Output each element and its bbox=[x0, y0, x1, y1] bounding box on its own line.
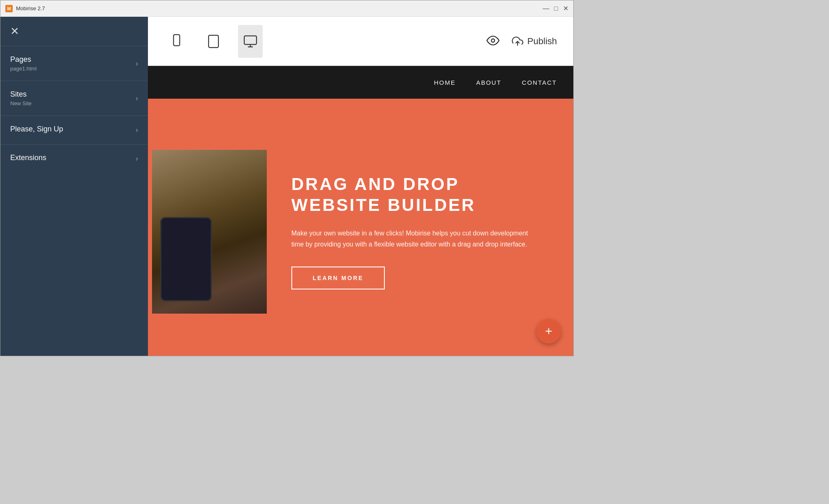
add-block-button[interactable]: + bbox=[536, 319, 561, 344]
sidebar-pages-chevron: › bbox=[136, 59, 138, 68]
svg-rect-4 bbox=[244, 36, 257, 44]
svg-rect-0 bbox=[174, 34, 180, 45]
preview-button[interactable] bbox=[486, 34, 500, 48]
sidebar-pages-sub: page1.html bbox=[10, 66, 36, 72]
preview-area[interactable]: HOME ABOUT CONTACT DRAG AND DROP WEBSITE… bbox=[148, 66, 573, 356]
sidebar-close-button[interactable]: ✕ bbox=[0, 17, 148, 46]
mobile-view-button[interactable] bbox=[164, 25, 189, 58]
hero-section: DRAG AND DROP WEBSITE BUILDER Make your … bbox=[148, 99, 573, 356]
sidebar-item-pages[interactable]: Pages page1.html › bbox=[0, 46, 148, 81]
sidebar-sites-chevron: › bbox=[136, 94, 138, 103]
toolbar: Publish bbox=[148, 17, 573, 66]
title-bar: M Mobirise 2.7 — □ ✕ bbox=[0, 0, 573, 17]
desktop-view-button[interactable] bbox=[238, 25, 263, 58]
toolbar-right: Publish bbox=[486, 34, 557, 48]
publish-icon bbox=[512, 36, 523, 47]
publish-button[interactable]: Publish bbox=[512, 36, 557, 47]
mobile-icon bbox=[169, 34, 184, 49]
tablet-view-button[interactable] bbox=[201, 25, 226, 58]
hero-image bbox=[152, 150, 267, 314]
window-controls: — □ ✕ bbox=[543, 5, 568, 12]
window-title: Mobirise 2.7 bbox=[16, 5, 543, 11]
sidebar: ✕ Pages page1.html › Sites New Site › bbox=[0, 17, 148, 356]
svg-point-7 bbox=[491, 39, 495, 42]
sidebar-item-extensions[interactable]: Extensions › bbox=[0, 144, 148, 173]
close-window-button[interactable]: ✕ bbox=[563, 5, 568, 12]
tablet-icon bbox=[206, 34, 221, 49]
hero-title: DRAG AND DROP WEBSITE BUILDER bbox=[291, 174, 549, 215]
sidebar-sites-title: Sites bbox=[10, 90, 32, 99]
content-area: Publish HOME ABOUT CONTACT DRAG AND DROP… bbox=[148, 17, 573, 356]
app-icon: M bbox=[5, 5, 13, 12]
site-navigation: HOME ABOUT CONTACT bbox=[148, 66, 573, 99]
svg-rect-2 bbox=[209, 35, 218, 47]
sidebar-signup-title: Please, Sign Up bbox=[10, 125, 63, 133]
device-selector bbox=[164, 25, 263, 58]
nav-item-about[interactable]: ABOUT bbox=[476, 79, 502, 86]
nav-item-home[interactable]: HOME bbox=[434, 79, 456, 86]
sidebar-pages-title: Pages bbox=[10, 55, 36, 64]
sidebar-signup-chevron: › bbox=[136, 126, 138, 134]
sidebar-item-sites[interactable]: Sites New Site › bbox=[0, 81, 148, 115]
hero-description: Make your own website in a few clicks! M… bbox=[291, 228, 529, 250]
desktop-icon bbox=[243, 34, 258, 49]
maximize-button[interactable]: □ bbox=[554, 5, 558, 12]
sidebar-item-signup[interactable]: Please, Sign Up › bbox=[0, 115, 148, 144]
publish-label: Publish bbox=[527, 36, 557, 47]
minimize-button[interactable]: — bbox=[543, 5, 549, 12]
sidebar-extensions-title: Extensions bbox=[10, 154, 46, 162]
hero-content: DRAG AND DROP WEBSITE BUILDER Make your … bbox=[267, 158, 573, 305]
eye-icon bbox=[486, 34, 500, 47]
hero-cta-button[interactable]: LEARN MORE bbox=[291, 267, 385, 289]
sidebar-extensions-chevron: › bbox=[136, 154, 138, 163]
nav-item-contact[interactable]: CONTACT bbox=[522, 79, 557, 86]
sidebar-sites-sub: New Site bbox=[10, 100, 32, 106]
